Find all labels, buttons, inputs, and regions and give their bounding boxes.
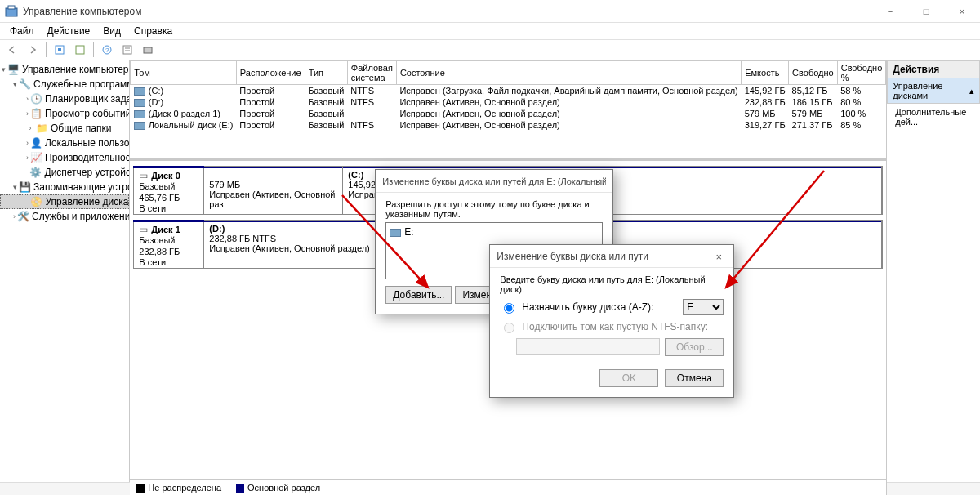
- dialog1-description: Разрешить доступ к этому тому по букве д…: [385, 199, 603, 219]
- chevron-up-icon: ▴: [969, 86, 974, 96]
- svg-rect-4: [76, 46, 84, 54]
- table-row[interactable]: Локальный диск (E:)ПростойБазовыйNTFSИсп…: [131, 119, 886, 131]
- svg-rect-1: [8, 6, 15, 9]
- maximize-button[interactable]: □: [908, 0, 944, 23]
- svg-rect-10: [144, 47, 152, 53]
- table-row[interactable]: (Диск 0 раздел 1)ПростойБазовыйИсправен …: [131, 108, 886, 119]
- back-button[interactable]: [3, 42, 21, 58]
- dialog1-close-button[interactable]: ×: [586, 173, 609, 190]
- svg-rect-3: [58, 48, 61, 51]
- disk-0-header: ▭Диск 0 Базовый 465,76 ГБ В сети: [134, 167, 204, 214]
- close-button[interactable]: ×: [944, 0, 980, 23]
- actions-more[interactable]: Дополнительные дей...: [887, 104, 980, 130]
- tree-scrollbar[interactable]: [0, 482, 130, 495]
- dialog1-title: Изменение буквы диска или путей для E: (…: [382, 176, 606, 186]
- legend-primary: Основной раздел: [247, 483, 320, 493]
- menu-help[interactable]: Справка: [127, 25, 179, 37]
- dialog2-browse-button: Обзор...: [665, 338, 724, 356]
- dialog2-title: Изменение буквы диска или пути: [497, 251, 648, 262]
- dialog2-close-button[interactable]: ×: [707, 248, 730, 265]
- tree-performance[interactable]: ›📈Производительность: [0, 150, 129, 165]
- toolbar: ?: [0, 39, 980, 60]
- actions-section[interactable]: Управление дисками ▴: [887, 78, 980, 104]
- navigation-tree: ▾🖥️Управление компьютером (л ▾🔧Служебные…: [0, 60, 130, 495]
- tree-device-manager[interactable]: ⚙️Диспетчер устройств: [0, 165, 129, 180]
- table-row[interactable]: (D:)ПростойБазовыйNTFSИсправен (Активен,…: [131, 96, 886, 108]
- disk-1-header: ▭Диск 1 Базовый 232,88 ГБ В сети: [134, 221, 204, 268]
- tree-event-viewer[interactable]: ›📋Просмотр событий: [0, 106, 129, 121]
- dialog2-path-input: [516, 338, 660, 355]
- col-free[interactable]: Свободно: [789, 61, 838, 85]
- col-volume[interactable]: Том: [131, 61, 237, 85]
- window-titlebar: Управление компьютером − □ ×: [0, 0, 980, 23]
- app-icon: [5, 5, 18, 18]
- col-layout[interactable]: Расположение: [236, 61, 305, 85]
- tree-task-scheduler[interactable]: ›🕒Планировщик заданий: [0, 91, 129, 106]
- svg-rect-7: [123, 46, 131, 54]
- disk-0-partition-1[interactable]: 579 МБ Исправен (Активен, Основной раз: [204, 167, 343, 214]
- tree-services-apps[interactable]: ›🛠️Службы и приложения: [0, 209, 129, 224]
- tree-root[interactable]: ▾🖥️Управление компьютером (л: [0, 62, 129, 77]
- tree-system-tools[interactable]: ▾🔧Служебные программы: [0, 77, 129, 91]
- dialog2-letter-combo[interactable]: E: [683, 299, 724, 315]
- main-content: Том Расположение Тип Файловая система Со…: [130, 60, 887, 495]
- disk-icon: ▭: [139, 170, 148, 181]
- col-status[interactable]: Состояние: [396, 61, 741, 85]
- menu-action[interactable]: Действие: [41, 25, 97, 37]
- radio-assign-letter[interactable]: [504, 303, 514, 314]
- legend-unallocated: Не распределена: [148, 483, 221, 493]
- dialog2-cancel-button[interactable]: Отмена: [665, 369, 724, 387]
- col-capacity[interactable]: Емкость: [742, 61, 789, 85]
- col-freepct[interactable]: Свободно %: [837, 61, 886, 85]
- menu-view[interactable]: Вид: [96, 25, 127, 37]
- dialog2-titlebar[interactable]: Изменение буквы диска или пути ×: [490, 245, 733, 268]
- col-fs[interactable]: Файловая система: [347, 61, 396, 85]
- radio-mount-folder[interactable]: [504, 323, 514, 333]
- menu-file[interactable]: Файл: [3, 25, 41, 37]
- dialog-assign-letter: Изменение буквы диска или пути × Введите…: [489, 244, 734, 398]
- tree-local-users[interactable]: ›👤Локальные пользовате: [0, 136, 129, 150]
- table-row[interactable]: (C:)ПростойБазовыйNTFSИсправен (Загрузка…: [131, 85, 886, 97]
- volume-table: Том Расположение Тип Файловая система Со…: [130, 60, 886, 131]
- dialog2-description: Введите букву диска или путь для E: (Лок…: [500, 274, 724, 294]
- actions-pane: Действия Управление дисками ▴ Дополнител…: [887, 60, 980, 495]
- tree-shared-folders[interactable]: ›📁Общие папки: [0, 121, 129, 136]
- dialog2-radio-assign-letter[interactable]: Назначить букву диска (A-Z): E: [500, 299, 724, 315]
- forward-button[interactable]: [24, 42, 42, 58]
- dialog2-ok-button: OK: [599, 369, 658, 387]
- properties-button[interactable]: [118, 42, 136, 58]
- tree-disk-management[interactable]: 📀Управление дисками: [0, 194, 129, 209]
- help-button[interactable]: ?: [98, 42, 116, 58]
- legend: Не распределена Основной раздел: [130, 479, 886, 495]
- dialog1-titlebar[interactable]: Изменение буквы диска или путей для E: (…: [376, 170, 612, 193]
- menubar: Файл Действие Вид Справка: [0, 23, 980, 39]
- actions-header: Действия: [887, 60, 980, 78]
- window-title: Управление компьютером: [23, 6, 141, 17]
- disk-icon: ▭: [139, 224, 148, 235]
- minimize-button[interactable]: −: [872, 0, 908, 23]
- dialog2-radio-mount-folder[interactable]: Подключить том как пустую NTFS-папку:: [500, 320, 724, 333]
- tree-storage[interactable]: ▾💾Запоминающие устройст: [0, 180, 129, 194]
- extra-button[interactable]: [139, 42, 157, 58]
- volume-table-header: Том Расположение Тип Файловая система Со…: [131, 61, 886, 85]
- col-type[interactable]: Тип: [305, 61, 347, 85]
- action-button[interactable]: [51, 42, 69, 58]
- refresh-button[interactable]: [71, 42, 89, 58]
- dialog1-add-button[interactable]: Добавить...: [385, 286, 452, 304]
- svg-text:?: ?: [105, 47, 109, 54]
